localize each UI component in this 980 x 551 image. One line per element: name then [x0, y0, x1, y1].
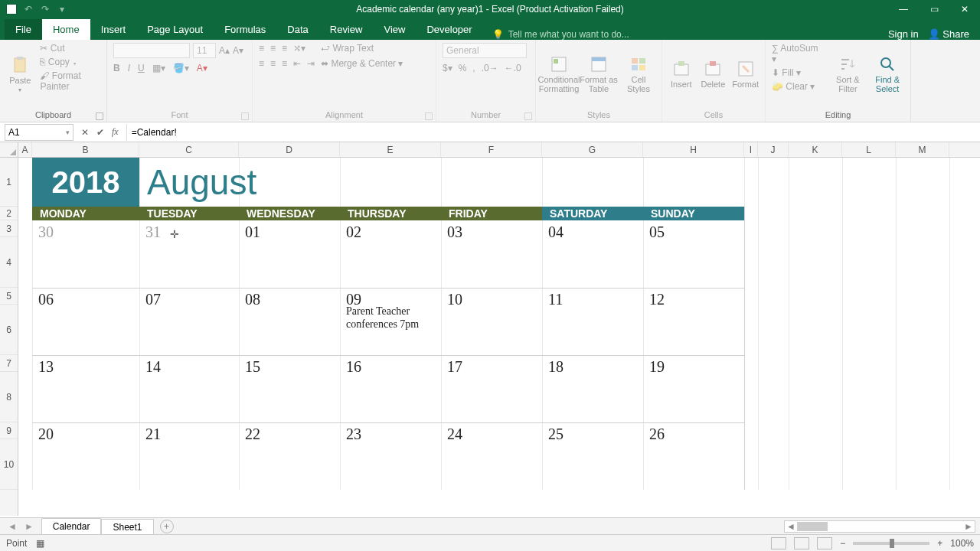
align-bottom-icon[interactable]: ≡: [282, 43, 287, 54]
day-number[interactable]: 01: [239, 220, 340, 237]
normal-view-icon[interactable]: [771, 537, 786, 549]
tab-home[interactable]: Home: [42, 19, 90, 40]
close-button[interactable]: ✕: [949, 0, 980, 18]
align-left-icon[interactable]: ≡: [259, 58, 264, 69]
day-number[interactable]: 08: [239, 288, 340, 305]
grow-font-icon[interactable]: A▴: [219, 45, 230, 56]
tab-developer[interactable]: Developer: [416, 19, 482, 40]
format-as-table-button[interactable]: Format as Table: [582, 43, 616, 106]
col-header-M[interactable]: M: [896, 142, 949, 157]
select-all-corner[interactable]: [0, 142, 18, 157]
row-header-9[interactable]: 9: [0, 422, 18, 439]
font-name-combo[interactable]: [113, 43, 190, 58]
align-top-icon[interactable]: ≡: [259, 43, 264, 54]
autosum-button[interactable]: ∑ AutoSum ▾: [772, 43, 825, 64]
tab-page-layout[interactable]: Page Layout: [136, 19, 214, 40]
font-launcher-icon[interactable]: [241, 112, 249, 120]
day-number[interactable]: 19: [643, 355, 744, 372]
row-header-10[interactable]: 10: [0, 439, 18, 490]
horizontal-scrollbar[interactable]: ◄►: [784, 520, 975, 533]
comma-icon[interactable]: ,: [472, 63, 475, 73]
tab-data[interactable]: Data: [276, 19, 318, 40]
cancel-formula-icon[interactable]: ✕: [81, 127, 89, 138]
col-header-H[interactable]: H: [643, 142, 744, 157]
sheet-area[interactable]: 2018AugustMONDAYTUESDAYWEDNESDAYTHURSDAY…: [18, 158, 980, 516]
tab-file[interactable]: File: [5, 19, 42, 40]
number-format-combo[interactable]: General: [443, 43, 527, 58]
day-number[interactable]: 11: [542, 288, 643, 305]
day-number[interactable]: 16: [340, 355, 441, 372]
inc-decimal-icon[interactable]: .0→: [482, 63, 498, 73]
col-header-I[interactable]: I: [744, 142, 758, 157]
col-header-G[interactable]: G: [542, 142, 643, 157]
row-header-1[interactable]: 1: [0, 158, 18, 207]
fill-button[interactable]: ⬇ Fill ▾: [772, 67, 825, 78]
day-number[interactable]: 22: [239, 422, 340, 439]
undo-icon[interactable]: ↶: [21, 2, 35, 16]
indent-inc-icon[interactable]: ⇥: [307, 58, 315, 69]
row-header-3[interactable]: 3: [0, 220, 18, 237]
day-number[interactable]: 18: [542, 355, 643, 372]
format-painter-button[interactable]: 🖌 Format Painter: [40, 70, 100, 92]
page-layout-view-icon[interactable]: [794, 537, 809, 549]
col-header-D[interactable]: D: [239, 142, 340, 157]
alignment-launcher-icon[interactable]: [425, 112, 433, 120]
sort-filter-button[interactable]: Sort & Filter: [831, 43, 865, 106]
accounting-icon[interactable]: $▾: [443, 63, 452, 73]
underline-button[interactable]: U: [138, 63, 145, 73]
new-sheet-button[interactable]: +: [160, 520, 174, 533]
col-header-E[interactable]: E: [340, 142, 441, 157]
qat-custom-icon[interactable]: ▾: [55, 2, 69, 16]
day-number[interactable]: 26: [643, 422, 744, 439]
tab-review[interactable]: Review: [319, 19, 374, 40]
fx-icon[interactable]: fx: [112, 126, 119, 138]
find-select-button[interactable]: Find & Select: [871, 43, 904, 106]
font-size-combo[interactable]: 11: [193, 43, 216, 58]
conditional-formatting-button[interactable]: Conditional Formatting: [542, 43, 576, 106]
tab-view[interactable]: View: [373, 19, 416, 40]
day-number[interactable]: 15: [239, 355, 340, 372]
worksheet-grid[interactable]: 12345678910 2018AugustMONDAYTUESDAYWEDNE…: [0, 158, 980, 516]
zoom-in-icon[interactable]: +: [937, 538, 942, 549]
row-header-4[interactable]: 4: [0, 237, 18, 288]
paste-button[interactable]: Paste ▾: [6, 43, 34, 106]
copy-button[interactable]: ⎘ Copy ▾: [40, 57, 100, 67]
cell-styles-button[interactable]: Cell Styles: [622, 43, 655, 106]
fill-color-button[interactable]: 🪣▾: [173, 63, 189, 73]
row-header-5[interactable]: 5: [0, 288, 18, 305]
sign-in-link[interactable]: Sign in: [888, 28, 919, 40]
col-header-J[interactable]: J: [758, 142, 789, 157]
row-header-7[interactable]: 7: [0, 355, 18, 372]
zoom-level[interactable]: 100%: [950, 538, 974, 549]
tab-formulas[interactable]: Formulas: [214, 19, 276, 40]
cut-button[interactable]: ✂ Cut: [40, 43, 100, 54]
row-header-8[interactable]: 8: [0, 372, 18, 422]
share-button[interactable]: 👤 Share: [928, 28, 969, 40]
enter-formula-icon[interactable]: ✔: [96, 127, 104, 138]
row-header-2[interactable]: 2: [0, 207, 18, 220]
day-number[interactable]: 17: [441, 355, 542, 372]
percent-icon[interactable]: %: [459, 63, 467, 73]
align-middle-icon[interactable]: ≡: [270, 43, 276, 54]
minimize-button[interactable]: —: [888, 0, 919, 18]
italic-button[interactable]: I: [128, 63, 130, 73]
row-header-6[interactable]: 6: [0, 305, 18, 355]
save-icon[interactable]: [5, 2, 18, 16]
day-number[interactable]: 23: [340, 422, 441, 439]
clipboard-launcher-icon[interactable]: [96, 112, 103, 120]
align-right-icon[interactable]: ≡: [282, 58, 287, 69]
day-number[interactable]: 25: [542, 422, 643, 439]
day-number[interactable]: 03: [441, 220, 542, 237]
bold-button[interactable]: B: [113, 63, 120, 73]
macro-record-icon[interactable]: ▦: [36, 538, 44, 549]
tab-insert[interactable]: Insert: [90, 19, 137, 40]
sheet-nav-prev-icon[interactable]: ◄: [8, 521, 17, 532]
clear-button[interactable]: 🧽 Clear ▾: [772, 81, 825, 92]
tell-me-search[interactable]: 💡 Tell me what you want to do...: [492, 29, 629, 40]
page-break-view-icon[interactable]: [817, 537, 832, 549]
day-number[interactable]: 12: [643, 288, 744, 305]
day-number[interactable]: 21: [139, 422, 239, 439]
borders-button[interactable]: ▦▾: [152, 63, 165, 73]
col-header-K[interactable]: K: [789, 142, 842, 157]
day-number[interactable]: 24: [441, 422, 542, 439]
